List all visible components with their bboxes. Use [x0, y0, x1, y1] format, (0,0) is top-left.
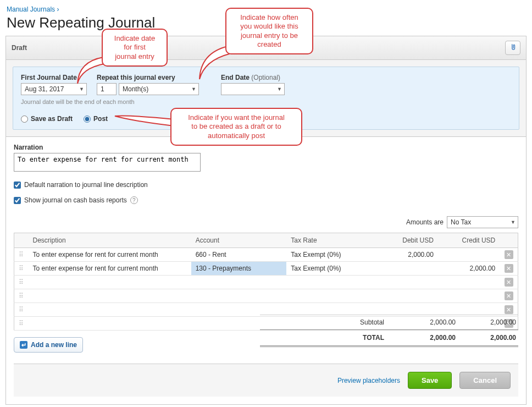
add-line-label: Add a new line	[31, 341, 77, 349]
table-row[interactable]: ⠿To enter expense for rent for current m…	[14, 248, 518, 262]
amounts-are-select[interactable]: No Tax ▼	[447, 216, 518, 228]
cell-description[interactable]	[29, 289, 191, 303]
status-badge: Draft	[12, 44, 27, 52]
cell-description[interactable]: To enter expense for rent for current mo…	[29, 248, 191, 262]
table-row[interactable]: ⠿✕	[14, 289, 518, 303]
col-credit: Credit USD	[438, 233, 500, 248]
narration-input[interactable]	[14, 153, 201, 172]
chevron-down-icon: ▼	[277, 86, 282, 92]
drag-handle-icon[interactable]: ⠿	[14, 262, 29, 276]
callout-post: Indicate if you want the journalto be cr…	[170, 108, 302, 146]
save-button[interactable]: Save	[408, 372, 452, 389]
repeat-unit-value: Month(s)	[123, 85, 148, 93]
cell-credit[interactable]	[438, 276, 500, 289]
table-row[interactable]: ⠿✕	[14, 276, 518, 289]
cell-credit[interactable]: 2,000.00	[438, 262, 500, 276]
cell-debit[interactable]	[376, 276, 438, 289]
repeat-unit-select[interactable]: Month(s) ▼	[119, 83, 199, 95]
paperclip-icon	[509, 43, 517, 53]
col-description: Description	[29, 233, 191, 248]
schedule-hint: Journal date will be the end of each mon…	[21, 98, 511, 105]
breadcrumb-parent[interactable]: Manual Journals	[7, 6, 55, 13]
save-as-draft-radio-input[interactable]	[21, 116, 28, 123]
preview-placeholders-link[interactable]: Preview placeholders	[337, 377, 400, 384]
callout-repeat: Indicate how oftenyou would like thisjou…	[225, 8, 313, 54]
attachment-button[interactable]	[505, 41, 520, 55]
cell-debit[interactable]: 2,000.00	[376, 248, 438, 262]
cell-description[interactable]	[29, 317, 191, 331]
post-radio-input[interactable]	[84, 116, 91, 123]
col-account: Account	[191, 233, 287, 248]
amounts-are-label: Amounts are	[406, 218, 444, 226]
subtotal-label: Subtotal	[313, 318, 395, 326]
cell-account[interactable]	[191, 276, 287, 289]
remove-row-button[interactable]: ✕	[505, 264, 513, 273]
chevron-down-icon: ▼	[511, 219, 516, 225]
chevron-right-icon: ›	[57, 6, 59, 13]
subtotal-debit: 2,000.00	[395, 318, 456, 326]
cash-basis-label: Show journal on cash basis reports	[24, 196, 127, 204]
default-narration-label: Default narration to journal line descri…	[24, 181, 148, 189]
drag-handle-icon[interactable]: ⠿	[14, 276, 29, 289]
cell-debit[interactable]	[376, 289, 438, 303]
totals-section: Subtotal 2,000.00 2,000.00 TOTAL 2,000.0…	[260, 315, 518, 347]
chevron-down-icon: ▼	[191, 86, 196, 92]
default-narration-checkbox[interactable]	[14, 182, 21, 189]
add-line-button[interactable]: ↵ Add a new line	[14, 337, 83, 353]
amounts-are-value: No Tax	[451, 218, 471, 226]
total-label: TOTAL	[313, 334, 395, 342]
cell-credit[interactable]	[438, 289, 500, 303]
remove-row-button[interactable]: ✕	[505, 278, 513, 287]
col-tax-rate: Tax Rate	[286, 233, 376, 248]
drag-handle-icon[interactable]: ⠿	[14, 303, 29, 317]
remove-row-button[interactable]: ✕	[505, 305, 513, 314]
cell-debit[interactable]	[376, 262, 438, 276]
plus-icon: ↵	[20, 341, 27, 349]
cell-account[interactable]	[191, 289, 287, 303]
cancel-button[interactable]: Cancel	[459, 372, 511, 389]
drag-handle-icon[interactable]: ⠿	[14, 289, 29, 303]
repeat-label: Repeat this journal every	[97, 74, 199, 81]
cell-tax-rate[interactable]	[286, 289, 376, 303]
col-debit: Debit USD	[376, 233, 438, 248]
cell-description[interactable]: To enter expense for rent for current mo…	[29, 262, 191, 276]
cell-description[interactable]	[29, 276, 191, 289]
subtotal-credit: 2,000.00	[456, 318, 516, 326]
post-radio[interactable]: Post	[84, 115, 108, 123]
cell-tax-rate[interactable]: Tax Exempt (0%)	[286, 262, 376, 276]
total-debit: 2,000.00	[395, 334, 456, 342]
cell-tax-rate[interactable]	[286, 276, 376, 289]
cell-account[interactable]: 660 - Rent	[191, 248, 287, 262]
cell-description[interactable]	[29, 303, 191, 317]
cell-account[interactable]: 130 - Prepayments	[191, 262, 287, 276]
cell-tax-rate[interactable]: Tax Exempt (0%)	[286, 248, 376, 262]
callout-date: Indicate datefor firstjournal entry	[102, 29, 168, 67]
cell-credit[interactable]	[438, 248, 500, 262]
total-credit: 2,000.00	[456, 334, 516, 342]
end-date-select[interactable]: ▼	[221, 83, 285, 95]
drag-handle-icon[interactable]: ⠿	[14, 248, 29, 262]
first-date-value: Aug 31, 2017	[25, 85, 64, 93]
save-as-draft-radio[interactable]: Save as Draft	[21, 115, 73, 123]
remove-row-button[interactable]: ✕	[505, 250, 513, 259]
table-row[interactable]: ⠿To enter expense for rent for current m…	[14, 262, 518, 276]
drag-handle-icon[interactable]: ⠿	[14, 317, 29, 331]
help-icon[interactable]: ?	[130, 196, 138, 204]
remove-row-button[interactable]: ✕	[505, 292, 513, 300]
cash-basis-checkbox[interactable]	[14, 197, 21, 204]
